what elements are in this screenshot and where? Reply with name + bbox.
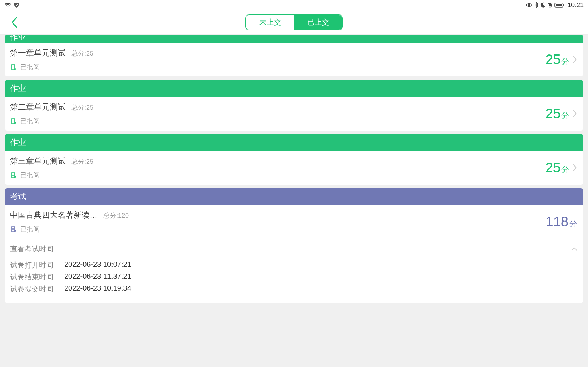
wifi-icon <box>4 2 12 8</box>
assignment-score: 25 <box>545 106 561 121</box>
assignment-list: 作业 第一章单元测试 总分:25 已批阅 25 分 <box>0 35 588 303</box>
chevron-up-icon[interactable] <box>571 247 578 251</box>
chevron-right-icon <box>572 55 577 64</box>
reviewed-icon <box>10 226 17 233</box>
back-button[interactable] <box>7 15 22 30</box>
shield-check-icon <box>14 2 19 8</box>
time-label-open: 试卷打开时间 <box>10 260 57 270</box>
reviewed-icon <box>10 64 17 70</box>
score-unit: 分 <box>561 164 569 175</box>
reviewed-icon <box>10 172 17 178</box>
exam-card[interactable]: 考试 中国古典四大名著新读… 总分:120 已批阅 118 分 <box>5 188 583 303</box>
assignment-status: 已批阅 <box>20 63 40 71</box>
score-unit: 分 <box>561 56 569 67</box>
exam-total: 总分:120 <box>103 211 129 220</box>
nav-bar: 未上交 已上交 <box>0 10 588 35</box>
bluetooth-icon <box>534 2 539 8</box>
exam-status: 已批阅 <box>20 225 40 234</box>
category-header-homework: 作业 <box>5 134 583 151</box>
assignment-title: 第一章单元测试 <box>10 48 66 58</box>
exam-time-row: 试卷结束时间 2022-06-23 11:37:21 <box>10 272 578 282</box>
svg-point-0 <box>528 4 530 6</box>
assignment-total: 总分:25 <box>71 49 93 58</box>
battery-icon <box>554 3 565 8</box>
time-value-end: 2022-06-23 11:37:21 <box>64 272 131 282</box>
exam-title: 中国古典四大名著新读… <box>10 210 97 221</box>
reviewed-icon <box>10 118 17 124</box>
exam-score: 118 <box>546 214 569 230</box>
category-header-homework: 作业 <box>5 35 583 43</box>
tab-submitted[interactable]: 已上交 <box>294 15 342 30</box>
exam-time-header: 查看考试时间 <box>10 244 53 254</box>
score-unit: 分 <box>569 218 577 229</box>
assignment-score: 25 <box>545 52 561 67</box>
category-header-exam: 考试 <box>5 188 583 205</box>
time-label-submit: 试卷提交时间 <box>10 284 57 294</box>
tab-unsubmitted[interactable]: 未上交 <box>246 15 294 30</box>
time-value-submit: 2022-06-23 10:19:34 <box>64 284 131 294</box>
assignment-card[interactable]: 作业 第一章单元测试 总分:25 已批阅 25 分 <box>5 35 583 76</box>
assignment-total: 总分:25 <box>71 157 93 166</box>
assignment-status: 已批阅 <box>20 117 40 125</box>
assignment-card[interactable]: 作业 第二章单元测试 总分:25 已批阅 25 分 <box>5 80 583 131</box>
status-bar: 10:21 <box>0 0 588 10</box>
moon-icon <box>540 2 546 8</box>
submission-tabs: 未上交 已上交 <box>245 14 343 30</box>
chevron-right-icon <box>572 163 577 172</box>
svg-rect-5 <box>563 4 564 6</box>
svg-rect-4 <box>556 4 562 6</box>
bell-off-icon <box>547 2 553 8</box>
exam-time-row: 试卷提交时间 2022-06-23 10:19:34 <box>10 284 578 294</box>
eye-icon <box>526 3 533 8</box>
chevron-right-icon <box>572 109 577 118</box>
assignment-card[interactable]: 作业 第三章单元测试 总分:25 已批阅 25 分 <box>5 134 583 185</box>
exam-time-panel: 查看考试时间 试卷打开时间 2022-06-23 10:07:21 试卷结束时间… <box>5 239 583 303</box>
time-value-open: 2022-06-23 10:07:21 <box>64 260 131 270</box>
score-unit: 分 <box>561 110 569 121</box>
category-header-homework: 作业 <box>5 80 583 97</box>
time-label-end: 试卷结束时间 <box>10 272 57 282</box>
assignment-status: 已批阅 <box>20 171 40 180</box>
assignment-title: 第二章单元测试 <box>10 102 66 112</box>
status-time: 10:21 <box>567 1 584 9</box>
assignment-score: 25 <box>545 160 561 176</box>
assignment-total: 总分:25 <box>71 103 93 112</box>
assignment-title: 第三章单元测试 <box>10 156 66 167</box>
svg-point-1 <box>549 6 550 8</box>
exam-time-row: 试卷打开时间 2022-06-23 10:07:21 <box>10 260 578 270</box>
